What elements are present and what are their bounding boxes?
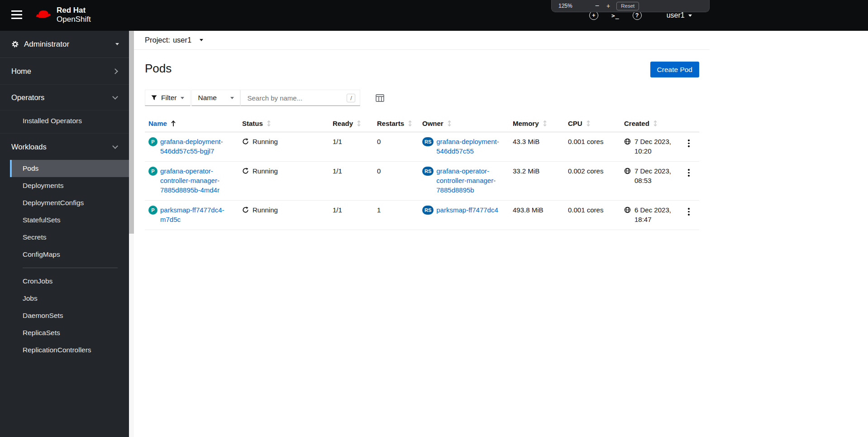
sidebar-item-pods[interactable]: Pods xyxy=(10,160,129,177)
timestamp-globe-icon xyxy=(624,206,631,213)
create-pod-button[interactable]: Create Pod xyxy=(650,62,699,77)
brand-logo[interactable]: Red Hat OpenShift xyxy=(34,6,91,24)
column-header-created[interactable]: Created xyxy=(620,115,678,132)
column-header-restarts[interactable]: Restarts xyxy=(373,115,419,132)
plus-circle-icon[interactable]: + xyxy=(589,11,598,20)
kebab-menu-icon[interactable] xyxy=(682,205,696,216)
table-row: P grafana-operator-controller-manager-78… xyxy=(145,162,699,201)
cpu-cell: 0.002 cores xyxy=(564,162,620,201)
project-value: user1 xyxy=(173,36,191,44)
sort-icon xyxy=(408,120,412,126)
sidebar-item-label: Operators xyxy=(11,93,44,102)
sidebar-item-deploymentconfigs[interactable]: DeploymentConfigs xyxy=(0,194,129,211)
timestamp-globe-icon xyxy=(624,168,631,174)
sidebar-item-label: Pods xyxy=(23,164,38,173)
restarts-cell: 0 xyxy=(373,162,419,201)
sidebar-item-label: ConfigMaps xyxy=(23,250,60,259)
sidebar-item-jobs[interactable]: Jobs xyxy=(0,290,129,307)
chevron-down-icon xyxy=(200,39,203,41)
table-row: P grafana-deployment-546dd57c55-bgjl7 Ru… xyxy=(145,132,699,162)
sidebar-item-replicationcontrollers[interactable]: ReplicationControllers xyxy=(0,341,129,359)
pod-name-link[interactable]: parksmap-ff7477dc4-m7d5c xyxy=(160,205,235,224)
status-text: Running xyxy=(253,205,278,215)
zoom-in-icon[interactable]: + xyxy=(606,3,610,9)
sidebar-item-workloads[interactable]: Workloads xyxy=(0,134,129,160)
memory-cell: 33.2 MiB xyxy=(509,162,564,201)
keyboard-shortcut-badge: / xyxy=(347,94,355,102)
user-menu[interactable]: user1 xyxy=(667,11,692,19)
restarts-cell: 0 xyxy=(373,132,419,162)
sidebar-item-configmaps[interactable]: ConfigMaps xyxy=(0,246,129,263)
perspective-switcher[interactable]: Administrator xyxy=(0,31,129,58)
filter-icon xyxy=(151,95,157,101)
zoom-reset-button[interactable]: Reset xyxy=(616,2,639,10)
pod-name-link[interactable]: grafana-deployment-546dd57c55-bgjl7 xyxy=(160,137,235,156)
sidebar-item-daemonsets[interactable]: DaemonSets xyxy=(0,307,129,324)
sidebar-item-label: DeploymentConfigs xyxy=(23,199,84,207)
owner-link[interactable]: grafana-operator-controller-manager-7885… xyxy=(436,166,506,195)
pod-name-link[interactable]: grafana-operator-controller-manager-7885… xyxy=(160,166,235,195)
sidebar-item-secrets[interactable]: Secrets xyxy=(0,229,129,246)
column-header-name[interactable]: Name xyxy=(145,115,238,132)
brand-line1: Red Hat xyxy=(57,6,91,15)
sidebar-item-label: Jobs xyxy=(23,294,38,303)
created-text: 7 Dec 2023, 10:20 xyxy=(634,137,675,156)
sidebar-item-label: Home xyxy=(11,67,31,76)
sidebar-item-label: ReplicationControllers xyxy=(23,346,91,354)
nav-divider xyxy=(23,268,118,268)
attribute-dropdown[interactable]: Name xyxy=(191,90,240,106)
column-header-owner[interactable]: Owner xyxy=(419,115,509,132)
column-header-cpu[interactable]: CPU xyxy=(564,115,620,132)
column-header-memory[interactable]: Memory xyxy=(509,115,564,132)
gear-icon xyxy=(11,40,19,48)
sidebar-item-replicasets[interactable]: ReplicaSets xyxy=(0,324,129,341)
chevron-down-icon xyxy=(112,94,118,100)
operators-group: Installed Operators xyxy=(0,110,129,134)
column-header-actions xyxy=(678,115,699,132)
running-status-icon xyxy=(242,206,249,213)
sidebar-item-deployments[interactable]: Deployments xyxy=(0,177,129,194)
running-status-icon xyxy=(242,168,249,174)
sort-icon xyxy=(448,120,451,126)
timestamp-globe-icon xyxy=(624,138,631,145)
memory-cell: 43.3 MiB xyxy=(509,132,564,162)
sidebar-item-installed-operators[interactable]: Installed Operators xyxy=(0,112,129,130)
sidebar-item-label: Deployments xyxy=(23,182,63,190)
zoom-out-icon[interactable]: − xyxy=(595,2,599,10)
brand-line2: OpenShift xyxy=(57,15,91,24)
pod-badge: P xyxy=(148,206,157,215)
scrollbar-thumb[interactable] xyxy=(129,31,134,234)
cpu-cell: 0.001 cores xyxy=(564,132,620,162)
kebab-menu-icon[interactable] xyxy=(682,137,696,147)
replicaset-badge: RS xyxy=(422,167,434,176)
terminal-icon[interactable]: >_ xyxy=(611,12,620,19)
pod-badge: P xyxy=(148,137,157,146)
manage-columns-button[interactable] xyxy=(375,93,385,103)
sidebar-item-operators[interactable]: Operators xyxy=(0,84,129,110)
column-header-status[interactable]: Status xyxy=(238,115,329,132)
kebab-menu-icon[interactable] xyxy=(682,166,696,177)
column-header-ready[interactable]: Ready xyxy=(329,115,373,132)
help-icon[interactable]: ? xyxy=(633,11,642,20)
status-text: Running xyxy=(253,166,278,176)
sidebar-item-home[interactable]: Home xyxy=(0,58,129,84)
sidebar-item-label: Secrets xyxy=(23,233,47,241)
chevron-down-icon xyxy=(115,43,119,45)
sidebar-item-cronjobs[interactable]: CronJobs xyxy=(0,273,129,290)
sidebar-item-label: CronJobs xyxy=(23,277,52,285)
project-selector[interactable]: Project: user1 xyxy=(134,31,710,50)
scrollbar[interactable] xyxy=(129,31,134,437)
filter-dropdown[interactable]: Filter xyxy=(145,90,191,106)
table-row: P parksmap-ff7477dc4-m7d5c Running 1/1 1… xyxy=(145,201,699,230)
cpu-cell: 0.001 cores xyxy=(564,201,620,230)
owner-link[interactable]: parksmap-ff7477dc4 xyxy=(436,205,498,215)
pod-badge: P xyxy=(148,167,157,176)
nav-toggle-icon[interactable] xyxy=(11,10,22,21)
page-title: Pods xyxy=(145,62,172,76)
ready-cell: 1/1 xyxy=(329,201,373,230)
sidebar-item-label: Workloads xyxy=(11,143,47,151)
sidebar-item-label: StatefulSets xyxy=(23,216,61,224)
search-input[interactable] xyxy=(246,94,347,102)
owner-link[interactable]: grafana-deployment-546dd57c55 xyxy=(436,137,506,156)
sidebar-item-statefulsets[interactable]: StatefulSets xyxy=(0,211,129,229)
